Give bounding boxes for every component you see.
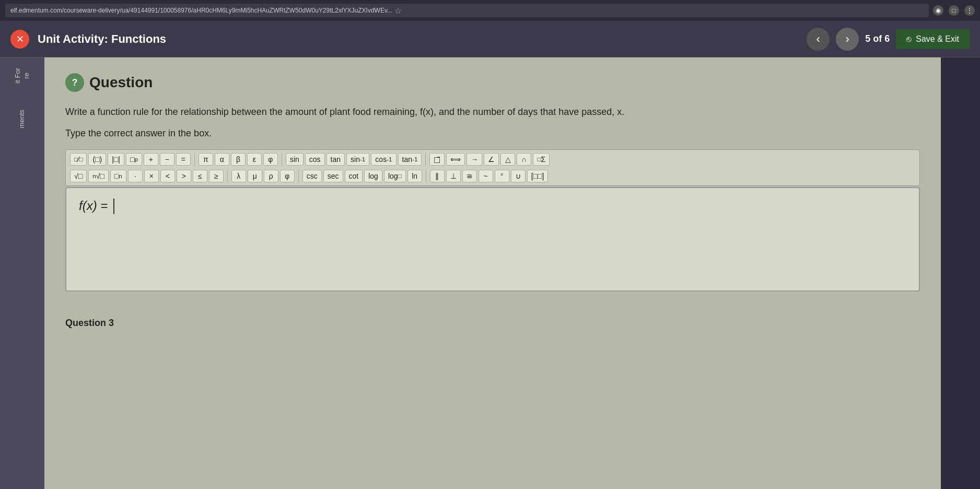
greater-than-btn[interactable]: > xyxy=(177,170,191,182)
bottom-section: Question 3 xyxy=(65,307,920,329)
sec-btn[interactable]: sec xyxy=(323,170,343,182)
browser-icon-1[interactable]: ◉ xyxy=(933,5,943,16)
lambda-btn[interactable]: λ xyxy=(231,170,246,182)
exponent-btn[interactable]: □p xyxy=(126,153,142,166)
triangle-btn[interactable]: △ xyxy=(500,153,515,166)
parentheses-btn[interactable]: (□) xyxy=(88,153,106,166)
close-button[interactable]: ✕ xyxy=(10,30,29,49)
overline-btn[interactable]: □̄ xyxy=(429,153,445,166)
csc-btn[interactable]: csc xyxy=(302,170,322,182)
main-layout: it For re ments ? Question Write a funct… xyxy=(0,57,980,489)
perpendicular-btn[interactable]: ⊥ xyxy=(446,170,461,182)
parallel-btn[interactable]: ‖ xyxy=(430,170,445,182)
browser-icon-2[interactable]: □ xyxy=(949,5,959,16)
arcsin-btn[interactable]: sin-1 xyxy=(346,153,369,166)
intersection-btn[interactable]: ∩ xyxy=(517,153,531,166)
nth-root-btn[interactable]: n√□ xyxy=(88,170,109,182)
browser-icons: ◉ □ ⋮ xyxy=(933,5,975,16)
nav-back-button[interactable]: ‹ xyxy=(807,28,830,51)
varphi-btn[interactable]: φ xyxy=(280,170,295,182)
sidebar-label-bottom: ments xyxy=(18,110,27,128)
minus-btn[interactable]: − xyxy=(160,153,174,166)
app-header: ✕ Unit Activity: Functions ‹ › 5 of 6 ⎋ … xyxy=(0,21,980,57)
save-exit-label: Save & Exit xyxy=(916,34,959,44)
divider-6 xyxy=(426,170,426,182)
sin-btn[interactable]: sin xyxy=(286,153,304,166)
angle-btn[interactable]: ∠ xyxy=(484,153,499,166)
right-sidebar xyxy=(941,57,980,489)
cos-btn[interactable]: cos xyxy=(305,153,325,166)
fraction-btn[interactable]: □⁄□ xyxy=(70,153,87,166)
question-body: Write a function rule for the relationsh… xyxy=(65,104,920,120)
question-title: Question xyxy=(89,74,153,91)
equals-btn[interactable]: = xyxy=(176,153,191,166)
dot-btn[interactable]: · xyxy=(128,170,143,182)
similar-btn[interactable]: ~ xyxy=(479,170,493,182)
question-header: ? Question xyxy=(65,73,920,92)
epsilon-btn[interactable]: ε xyxy=(247,153,262,166)
question-nav-label: Question 3 xyxy=(65,318,920,329)
main-content: ? Question Write a function rule for the… xyxy=(44,57,941,489)
pi-btn[interactable]: π xyxy=(199,153,213,166)
sum-btn[interactable]: □Σ xyxy=(533,153,550,166)
divider-2 xyxy=(282,153,282,166)
less-than-btn[interactable]: < xyxy=(160,170,175,182)
sqrt-btn[interactable]: √□ xyxy=(70,170,87,182)
toolbar-row-1: □⁄□ (□) |□| □p + − = π α β ε φ sin cos t… xyxy=(70,153,550,166)
answer-prefix: f(x) = xyxy=(79,199,108,213)
toolbar-row-2: √□ n√□ □n · × < > ≤ ≥ λ μ ρ φ csc sec co… xyxy=(70,170,548,182)
nav-forward-button[interactable]: › xyxy=(836,28,859,51)
tan-btn[interactable]: tan xyxy=(326,153,345,166)
app-title: Unit Activity: Functions xyxy=(38,32,798,46)
sidebar-label-top: it For re xyxy=(14,68,31,84)
save-exit-icon: ⎋ xyxy=(906,34,912,44)
nav-controls: ‹ › 5 of 6 ⎋ Save & Exit xyxy=(807,28,970,51)
rho-btn[interactable]: ρ xyxy=(264,170,278,182)
math-toolbar: □⁄□ (□) |□| □p + − = π α β ε φ sin cos t… xyxy=(65,149,920,186)
url-text: elf.edmentum.com/courseware-delivery/ua/… xyxy=(10,7,392,14)
arccos-btn[interactable]: cos-1 xyxy=(371,153,396,166)
answer-cursor xyxy=(113,199,114,214)
matrix-btn[interactable]: [□□] xyxy=(527,170,549,182)
right-arrow-btn[interactable]: → xyxy=(466,153,482,166)
ln-btn[interactable]: ln xyxy=(407,170,422,182)
phi-btn[interactable]: φ xyxy=(263,153,278,166)
log-btn[interactable]: log xyxy=(364,170,382,182)
divider-4 xyxy=(227,170,228,182)
save-exit-button[interactable]: ⎋ Save & Exit xyxy=(896,29,970,49)
bookmark-icon[interactable]: ☆ xyxy=(394,6,402,16)
url-bar[interactable]: elf.edmentum.com/courseware-delivery/ua/… xyxy=(5,4,929,17)
left-sidebar: it For re ments xyxy=(0,57,44,489)
times-btn[interactable]: × xyxy=(144,170,159,182)
beta-btn[interactable]: β xyxy=(231,153,246,166)
less-equal-btn[interactable]: ≤ xyxy=(193,170,207,182)
question-icon: ? xyxy=(65,73,84,92)
plus-btn[interactable]: + xyxy=(144,153,158,166)
alpha-btn[interactable]: α xyxy=(215,153,229,166)
arctan-btn[interactable]: tan-1 xyxy=(398,153,422,166)
degree-btn[interactable]: ° xyxy=(495,170,509,182)
cot-btn[interactable]: cot xyxy=(345,170,363,182)
divider-3 xyxy=(425,153,426,166)
double-arrow-btn[interactable]: ⟺ xyxy=(446,153,465,166)
progress-indicator: 5 of 6 xyxy=(865,33,890,44)
subscript-btn[interactable]: □n xyxy=(110,170,126,182)
divider-1 xyxy=(194,153,195,166)
log-base-btn[interactable]: log□ xyxy=(384,170,406,182)
mu-btn[interactable]: μ xyxy=(248,170,262,182)
congruent-btn[interactable]: ≅ xyxy=(462,170,477,182)
absolute-value-btn[interactable]: |□| xyxy=(108,153,124,166)
answer-area[interactable]: f(x) = xyxy=(65,187,920,292)
browser-bar: elf.edmentum.com/courseware-delivery/ua/… xyxy=(0,0,980,21)
browser-icon-3[interactable]: ⋮ xyxy=(964,5,975,16)
instruction-text: Type the correct answer in the box. xyxy=(65,128,920,139)
divider-5 xyxy=(298,170,299,182)
union-btn[interactable]: ∪ xyxy=(511,170,526,182)
greater-equal-btn[interactable]: ≥ xyxy=(209,170,224,182)
